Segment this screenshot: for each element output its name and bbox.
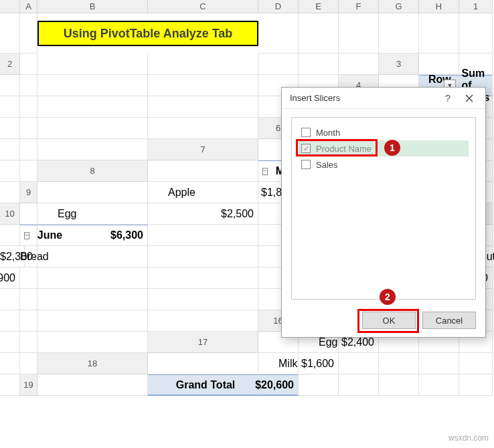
row-header[interactable]: 17 bbox=[148, 332, 258, 353]
row-header[interactable]: 19 bbox=[20, 374, 37, 396]
cell[interactable] bbox=[37, 246, 148, 267]
cell[interactable] bbox=[148, 53, 258, 75]
pivot-value[interactable]: $2,300 bbox=[20, 246, 37, 267]
pivot-group-total[interactable]: $6,300 bbox=[37, 225, 148, 246]
row-header[interactable]: 1 bbox=[459, 0, 493, 13]
checkbox-icon[interactable] bbox=[301, 160, 311, 169]
title-cell[interactable]: Using PivotTable Analyze Tab bbox=[37, 13, 258, 53]
col-header-B[interactable]: B bbox=[37, 0, 148, 13]
row-header[interactable]: 3 bbox=[379, 53, 419, 75]
cancel-button[interactable]: Cancel bbox=[422, 312, 476, 329]
slicer-option-month[interactable]: Month bbox=[299, 124, 469, 140]
cell[interactable] bbox=[0, 225, 20, 246]
cell[interactable] bbox=[20, 310, 37, 332]
row-header[interactable]: 18 bbox=[37, 353, 148, 374]
cell[interactable] bbox=[37, 332, 148, 353]
col-header-C[interactable]: C bbox=[148, 0, 258, 13]
row-header[interactable]: 9 bbox=[20, 182, 37, 203]
cell[interactable] bbox=[299, 13, 339, 53]
cell[interactable] bbox=[419, 13, 459, 53]
col-header-E[interactable]: E bbox=[299, 0, 339, 13]
cell[interactable] bbox=[20, 203, 37, 225]
cell[interactable] bbox=[0, 75, 20, 96]
row-header[interactable]: 7 bbox=[148, 139, 258, 160]
cell[interactable] bbox=[148, 246, 258, 267]
cell[interactable] bbox=[20, 353, 37, 374]
cell[interactable] bbox=[148, 310, 258, 332]
cell[interactable] bbox=[20, 332, 37, 353]
cell[interactable] bbox=[0, 13, 20, 53]
cell[interactable] bbox=[379, 374, 419, 396]
cell[interactable] bbox=[258, 53, 299, 75]
cell[interactable] bbox=[0, 289, 20, 310]
cell[interactable] bbox=[20, 289, 37, 310]
cell[interactable] bbox=[20, 96, 37, 118]
grand-total-value[interactable]: $20,600 bbox=[258, 374, 299, 396]
cell[interactable] bbox=[0, 118, 20, 139]
dialog-titlebar[interactable]: Insert Slicers ? bbox=[282, 88, 485, 109]
pivot-item[interactable]: Apple bbox=[148, 182, 258, 203]
cell[interactable] bbox=[148, 353, 258, 374]
cell[interactable] bbox=[0, 374, 20, 396]
cell[interactable] bbox=[148, 118, 258, 139]
cell[interactable] bbox=[37, 53, 148, 75]
checkbox-icon[interactable]: ✓ bbox=[301, 144, 311, 153]
row-header[interactable]: 8 bbox=[37, 160, 148, 182]
row-header[interactable]: 2 bbox=[0, 53, 20, 75]
cell[interactable] bbox=[20, 118, 37, 139]
cell[interactable] bbox=[339, 374, 379, 396]
checkbox-icon[interactable] bbox=[301, 128, 311, 137]
collapse-icon[interactable]: − bbox=[262, 168, 268, 175]
col-header-D[interactable]: D bbox=[258, 0, 299, 13]
pivot-value[interactable]: $2,500 bbox=[148, 203, 258, 225]
cell[interactable] bbox=[419, 374, 459, 396]
col-header-A[interactable]: A bbox=[20, 0, 37, 13]
cell[interactable] bbox=[20, 13, 37, 53]
cell[interactable] bbox=[37, 182, 148, 203]
cell[interactable] bbox=[37, 310, 148, 332]
cell[interactable] bbox=[0, 353, 20, 374]
cell[interactable] bbox=[459, 353, 493, 374]
cell[interactable] bbox=[37, 267, 148, 289]
cell[interactable] bbox=[20, 75, 37, 96]
cell[interactable] bbox=[37, 289, 148, 310]
cell[interactable] bbox=[148, 96, 258, 118]
cell[interactable] bbox=[20, 267, 37, 289]
cell[interactable] bbox=[20, 53, 37, 75]
cell[interactable] bbox=[37, 118, 148, 139]
cell[interactable] bbox=[37, 139, 148, 160]
cell[interactable] bbox=[148, 289, 258, 310]
cell[interactable] bbox=[148, 267, 258, 289]
help-button[interactable]: ? bbox=[437, 89, 459, 108]
ok-button[interactable]: OK bbox=[362, 312, 416, 329]
cell[interactable] bbox=[0, 182, 20, 203]
cell[interactable] bbox=[459, 13, 493, 53]
pivot-value[interactable]: $1,900 bbox=[0, 267, 20, 289]
grand-total-label[interactable]: Grand Total bbox=[148, 374, 258, 396]
pivot-item[interactable]: Milk bbox=[258, 353, 299, 374]
cell[interactable] bbox=[148, 75, 258, 96]
cell[interactable] bbox=[379, 353, 419, 374]
col-header-F[interactable]: F bbox=[339, 0, 379, 13]
cell[interactable] bbox=[339, 53, 379, 75]
cell[interactable] bbox=[379, 13, 419, 53]
row-header[interactable]: 10 bbox=[0, 203, 20, 225]
slicer-option-sales[interactable]: Sales bbox=[299, 156, 469, 173]
col-header-H[interactable]: H bbox=[419, 0, 459, 13]
close-button[interactable] bbox=[459, 89, 480, 108]
cell[interactable] bbox=[339, 353, 379, 374]
slicer-option-product-name[interactable]: ✓ Product Name bbox=[299, 140, 469, 156]
cell[interactable] bbox=[37, 75, 148, 96]
cell[interactable] bbox=[0, 139, 20, 160]
cell[interactable] bbox=[299, 374, 339, 396]
cell[interactable] bbox=[0, 332, 20, 353]
cell[interactable] bbox=[0, 310, 20, 332]
cell[interactable] bbox=[339, 13, 379, 53]
collapse-icon[interactable]: − bbox=[24, 232, 29, 239]
cell[interactable] bbox=[37, 96, 148, 118]
col-header-G[interactable]: G bbox=[379, 0, 419, 13]
cell[interactable] bbox=[0, 96, 20, 118]
corner-cell[interactable] bbox=[0, 0, 20, 13]
cell[interactable] bbox=[419, 353, 459, 374]
cell[interactable] bbox=[20, 139, 37, 160]
